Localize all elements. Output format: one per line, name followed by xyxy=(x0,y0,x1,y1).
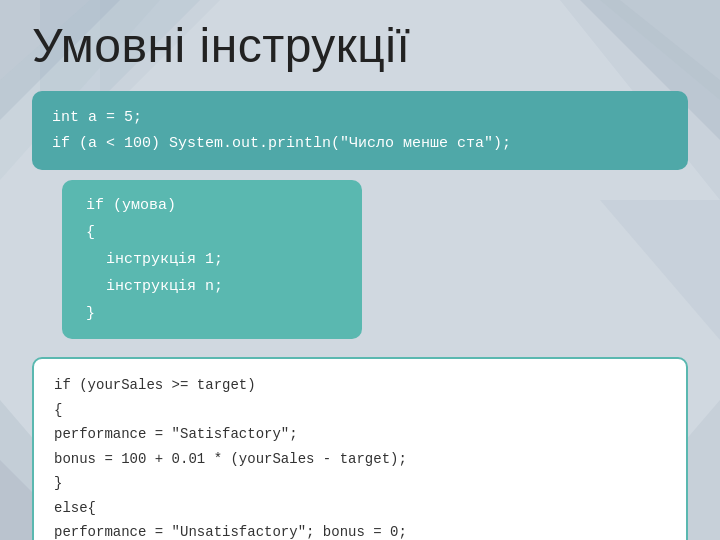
main-content: Умовні інструкції int a = 5; if (a < 100… xyxy=(0,0,720,540)
code-top-line1: int a = 5; xyxy=(52,109,142,126)
code-mid-line4: інструкція n; xyxy=(86,273,338,300)
code-block-middle: if (умова) { інструкція 1; інструкція n;… xyxy=(62,180,362,339)
code-bot-line3: performance = "Satisfactory"; xyxy=(54,426,298,442)
code-bot-line5: } xyxy=(54,475,62,491)
page-title: Умовні інструкції xyxy=(32,18,688,73)
code-bot-line6: else{ xyxy=(54,500,96,516)
code-mid-line1: if (умова) xyxy=(86,197,176,214)
code-bot-line4: bonus = 100 + 0.01 * (yourSales - target… xyxy=(54,451,407,467)
code-block-bottom: if (yourSales >= target) { performance =… xyxy=(32,357,688,540)
code-bot-line7: performance = "Unsatisfactory"; bonus = … xyxy=(54,524,407,540)
code-block-top: int a = 5; if (a < 100) System.out.print… xyxy=(32,91,688,170)
code-bot-line1: if (yourSales >= target) xyxy=(54,377,256,393)
code-bot-line2: { xyxy=(54,402,62,418)
code-mid-line3: інструкція 1; xyxy=(86,246,338,273)
code-mid-line5: } xyxy=(86,305,95,322)
code-mid-line2: { xyxy=(86,224,95,241)
code-top-line2: if (a < 100) System.out.println("Число м… xyxy=(52,135,511,152)
